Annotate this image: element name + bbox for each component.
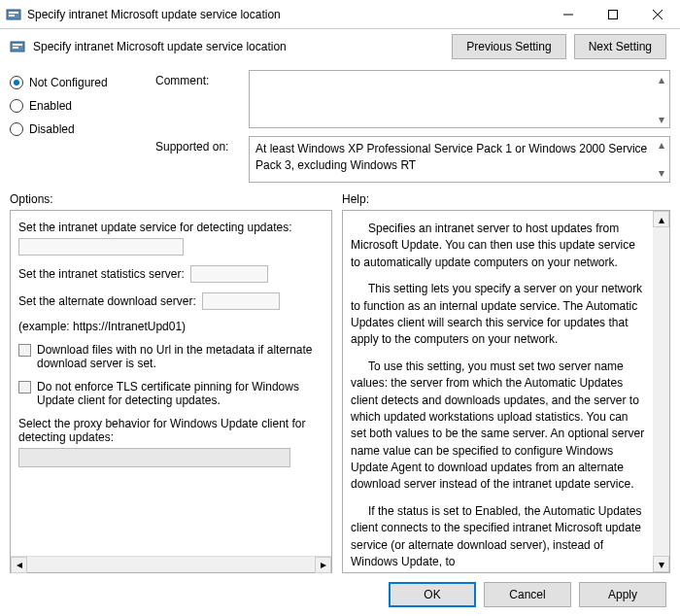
scroll-up-icon[interactable]: ▴ — [653, 211, 669, 227]
help-paragraph: If the status is set to Enabled, the Aut… — [351, 503, 645, 571]
comment-label: Comment: — [155, 70, 241, 87]
minimize-button[interactable] — [546, 0, 591, 29]
radio-enabled[interactable]: Enabled — [10, 99, 146, 113]
alt-server-label: Set the alternate download server: — [18, 294, 196, 308]
radio-label: Not Configured — [29, 76, 108, 89]
scroll-right-icon[interactable]: ▸ — [315, 557, 331, 573]
header: Specify intranet Microsoft update servic… — [0, 29, 680, 64]
state-radio-group: Not Configured Enabled Disabled — [10, 70, 146, 183]
scroll-up-icon[interactable]: ▴ — [655, 139, 667, 152]
help-vscrollbar[interactable]: ▴ ▾ — [653, 211, 669, 572]
policy-title: Specify intranet Microsoft update servic… — [33, 40, 444, 53]
proxy-behavior-dropdown[interactable] — [18, 448, 290, 467]
window-title: Specify intranet Microsoft update servic… — [27, 8, 546, 21]
options-panel: Set the intranet update service for dete… — [10, 210, 332, 573]
ok-button[interactable]: OK — [389, 582, 476, 607]
scroll-left-icon[interactable]: ◂ — [11, 557, 27, 573]
proxy-behavior-label: Select the proxy behavior for Windows Up… — [18, 417, 323, 444]
maximize-button[interactable] — [591, 0, 635, 29]
help-paragraph: To use this setting, you must set two se… — [351, 359, 645, 494]
apply-button[interactable]: Apply — [579, 582, 666, 607]
scroll-down-icon[interactable]: ▾ — [655, 113, 667, 125]
no-tls-pinning-checkbox[interactable] — [18, 381, 31, 394]
previous-setting-button[interactable]: Previous Setting — [452, 34, 565, 59]
radio-icon — [10, 99, 23, 113]
no-tls-pinning-label: Do not enforce TLS certificate pinning f… — [37, 380, 323, 407]
help-label: Help: — [342, 192, 369, 206]
stats-server-label: Set the intranet statistics server: — [18, 267, 185, 281]
radio-label: Enabled — [29, 99, 72, 113]
svg-rect-4 — [609, 11, 618, 19]
download-no-url-label: Download files with no Url in the metada… — [37, 343, 323, 370]
close-button[interactable] — [635, 0, 680, 29]
stats-server-input[interactable] — [190, 265, 268, 283]
help-text: Specifies an intranet server to host upd… — [343, 211, 653, 572]
detect-server-label: Set the intranet update service for dete… — [18, 221, 323, 234]
help-paragraph: Specifies an intranet server to host upd… — [351, 221, 645, 271]
supported-on-label: Supported on: — [155, 136, 241, 154]
example-text: (example: https://IntranetUpd01) — [18, 320, 323, 333]
cancel-button[interactable]: Cancel — [484, 582, 571, 607]
svg-rect-1 — [9, 12, 18, 14]
scroll-down-icon[interactable]: ▾ — [653, 556, 669, 572]
svg-rect-9 — [13, 47, 18, 49]
options-hscrollbar[interactable]: ◂ ▸ — [11, 556, 331, 572]
footer: OK Cancel Apply — [0, 573, 680, 616]
supported-on-value: At least Windows XP Professional Service… — [255, 142, 647, 172]
radio-icon — [10, 76, 23, 89]
supported-on-text: At least Windows XP Professional Service… — [249, 136, 670, 183]
scroll-up-icon[interactable]: ▴ — [655, 73, 667, 86]
detect-server-input[interactable] — [18, 238, 184, 256]
svg-rect-8 — [13, 44, 22, 46]
svg-rect-2 — [9, 15, 15, 17]
radio-disabled[interactable]: Disabled — [10, 122, 146, 136]
help-paragraph: This setting lets you specify a server o… — [351, 281, 645, 349]
titlebar: Specify intranet Microsoft update servic… — [0, 0, 680, 29]
scroll-track[interactable] — [653, 227, 669, 556]
app-icon — [6, 7, 21, 22]
help-panel: Specifies an intranet server to host upd… — [342, 210, 670, 573]
options-label: Options: — [10, 192, 332, 206]
scroll-down-icon[interactable]: ▾ — [655, 167, 667, 180]
policy-icon — [10, 39, 25, 54]
radio-not-configured[interactable]: Not Configured — [10, 76, 146, 89]
next-setting-button[interactable]: Next Setting — [574, 34, 666, 59]
download-no-url-checkbox[interactable] — [18, 344, 31, 357]
radio-icon — [10, 122, 23, 136]
radio-label: Disabled — [29, 122, 75, 136]
comment-textarea[interactable]: ▴ ▾ — [249, 70, 670, 128]
alt-server-input[interactable] — [202, 292, 280, 310]
